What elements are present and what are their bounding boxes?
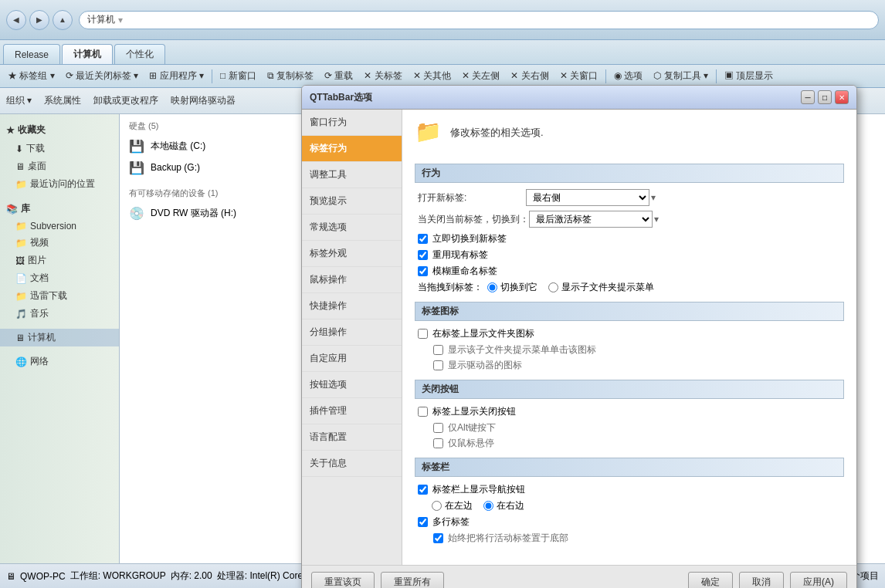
radio-left-label[interactable]: 在左边 [432, 499, 473, 512]
tab-release[interactable]: Release [3, 44, 60, 64]
dialog-maximize-button[interactable]: □ [818, 90, 832, 104]
toolbar-close-tab[interactable]: ✕ 关标签 [359, 68, 406, 85]
subcheckbox-show-drive-icon-input[interactable] [433, 360, 443, 370]
sidebar-item-documents[interactable]: 📄 文档 [0, 269, 119, 287]
sidebar-item-download[interactable]: ⬇ 下载 [0, 140, 119, 157]
radio-switch-label[interactable]: 切换到它 [487, 281, 537, 294]
checkbox-show-folder-icon-input[interactable] [418, 329, 428, 339]
subcheckbox-alt-key-only-input[interactable] [433, 423, 443, 433]
checkbox-show-nav-btn-input[interactable] [418, 485, 428, 495]
dialog-nav-language[interactable]: 语言配置 [302, 424, 402, 451]
toolbar-close-left[interactable]: ✕ 关左侧 [457, 68, 504, 85]
action-uninstall[interactable]: 卸载或更改程序 [93, 94, 158, 107]
sidebar-item-xunlei[interactable]: 📁 迅雷下载 [0, 287, 119, 305]
radio-left-input[interactable] [432, 501, 442, 511]
toolbar-new-window[interactable]: □ 新窗口 [215, 68, 261, 85]
cancel-button[interactable]: 取消 [739, 572, 784, 588]
checkbox-switch-new-tab-input[interactable] [418, 234, 428, 244]
dialog-nav-custom-app[interactable]: 自定应用 [302, 346, 402, 372]
radio-right-input[interactable] [483, 501, 493, 511]
toolbar-sep-1 [212, 69, 212, 83]
dialog-nav-button-options[interactable]: 按钮选项 [302, 372, 402, 398]
dialog-nav-tab-behavior[interactable]: 标签行为 [302, 136, 402, 162]
toolbar-options[interactable]: ◉ 选项 [609, 68, 647, 85]
toolbar-tag-group[interactable]: ★ 标签组 ▾ [3, 68, 59, 85]
sidebar-item-desktop[interactable]: 🖥 桌面 [0, 157, 119, 175]
tab-computer[interactable]: 计算机 [62, 44, 113, 64]
tab-personalize[interactable]: 个性化 [114, 44, 165, 64]
toolbar-close-right[interactable]: ✕ 关右侧 [506, 68, 553, 85]
checkbox-reuse-tab-input[interactable] [418, 250, 428, 260]
xunlei-icon: 📁 [15, 291, 27, 302]
section-close-btn: 关闭按钮 [415, 380, 844, 399]
dialog-nav-window-behavior[interactable]: 窗口行为 [302, 110, 402, 136]
sidebar-library: 📚 库 📁 Subversion 📁 视频 🖼 图片 📄 文档 📁 迅雷 [0, 199, 119, 323]
music-icon: 🎵 [15, 309, 27, 319]
reset-page-button[interactable]: 重置该页 [311, 572, 375, 588]
dialog-nav-shortcut[interactable]: 快捷操作 [302, 293, 402, 319]
content-title-text: 修改标签的相关选项. [450, 126, 544, 140]
close-switch-select[interactable]: 最后激活标签 [529, 211, 653, 228]
radio-show-menu-label[interactable]: 显示子文件夹提示菜单 [548, 281, 654, 294]
dialog-nav-group-action[interactable]: 分组操作 [302, 319, 402, 346]
toolbar-recent-close[interactable]: ⟳ 最近关闭标签 ▾ [61, 68, 144, 85]
toolbar-copy-tool[interactable]: ⬡ 复制工具 ▾ [649, 68, 713, 85]
dialog-controls: ─ □ ✕ [801, 90, 849, 104]
sidebar-item-video[interactable]: 📁 视频 [0, 234, 119, 252]
dialog-nav-adjust-tools[interactable]: 调整工具 [302, 162, 402, 188]
checkbox-multirow-tab-input[interactable] [418, 517, 428, 527]
toolbar-reload[interactable]: ⟳ 重载 [320, 68, 358, 85]
disk-g-icon: 💾 [129, 160, 144, 175]
up-button[interactable]: ▲ [53, 10, 73, 30]
network-icon: 🌐 [15, 357, 27, 367]
radio-switch-input[interactable] [487, 282, 497, 292]
toolbar-copy-tab[interactable]: ⧉ 复制标签 [263, 68, 318, 85]
action-map-drive[interactable]: 映射网络驱动器 [171, 94, 236, 107]
back-button[interactable]: ◀ [6, 10, 26, 30]
address-bar[interactable]: 计算机 ▾ [79, 11, 879, 29]
toolbar-top-display[interactable]: ▣ 顶层显示 [720, 68, 778, 85]
documents-icon: 📄 [15, 273, 27, 284]
open-new-tab-select[interactable]: 最右侧 [526, 189, 649, 206]
sidebar-item-computer[interactable]: 🖥 计算机 [0, 329, 119, 346]
toolbar-apps[interactable]: ⊞ 应用程序 ▾ [144, 68, 209, 85]
radio-show-menu-input[interactable] [548, 282, 558, 292]
toolbar-close-window[interactable]: ✕ 关窗口 [555, 68, 602, 85]
sidebar-item-pictures[interactable]: 🖼 图片 [0, 252, 119, 269]
dvd-h-icon: 💿 [129, 205, 144, 221]
dialog-close-button[interactable]: ✕ [835, 90, 849, 104]
subcheckbox-show-submenu-icon-input[interactable] [433, 345, 443, 355]
checkbox-show-close-btn-input[interactable] [418, 407, 428, 417]
nav-buttons: ◀ ▶ ▲ [6, 10, 73, 30]
ok-button[interactable]: 确定 [688, 572, 733, 588]
forward-button[interactable]: ▶ [29, 10, 49, 30]
dialog-nav-plugin-mgmt[interactable]: 插件管理 [302, 398, 402, 424]
sidebar-library-header[interactable]: 📚 库 [0, 199, 119, 218]
dialog-nav-tab-appearance[interactable]: 标签外观 [302, 241, 402, 267]
action-organize[interactable]: 组织 ▾ [6, 94, 32, 107]
close-switch-label: 当关闭当前标签，切换到： [418, 213, 529, 226]
sidebar-item-network[interactable]: 🌐 网络 [0, 353, 119, 370]
dialog-nav-mouse-action[interactable]: 鼠标操作 [302, 267, 402, 293]
subcheckbox-hover-only-input[interactable] [433, 438, 443, 448]
sidebar-favorites-header[interactable]: ★ 收藏夹 [0, 120, 119, 140]
dropdown-arrow-1: ▾ [651, 192, 656, 203]
sidebar-item-subversion[interactable]: 📁 Subversion [0, 218, 119, 234]
radio-right-label[interactable]: 在右边 [483, 499, 524, 512]
dialog-minimize-button[interactable]: ─ [801, 90, 815, 104]
action-system-props[interactable]: 系统属性 [44, 94, 81, 107]
subcheckbox-active-bottom-input[interactable] [433, 533, 443, 543]
dialog-nav-general-options[interactable]: 常规选项 [302, 215, 402, 241]
video-icon: 📁 [15, 238, 27, 248]
dialog-nav-preview-hint[interactable]: 预览提示 [302, 188, 402, 215]
toolbar-close-others[interactable]: ✕ 关其他 [409, 68, 456, 85]
dialog-title-bar: QTTabBar选项 ─ □ ✕ [302, 86, 856, 110]
section-tab-icon: 标签图标 [415, 302, 844, 321]
apply-button[interactable]: 应用(A) [790, 572, 847, 588]
dialog-nav-about[interactable]: 关于信息 [302, 451, 402, 477]
dialog-body: 窗口行为 标签行为 调整工具 预览提示 常规选项 标签外观 鼠标操作 快捷操作 … [302, 110, 856, 565]
checkbox-fuzzy-rename-input[interactable] [418, 266, 428, 276]
reset-all-button[interactable]: 重置所有 [381, 572, 444, 588]
sidebar-item-music[interactable]: 🎵 音乐 [0, 305, 119, 323]
sidebar-item-recent[interactable]: 📁 最近访问的位置 [0, 175, 119, 193]
